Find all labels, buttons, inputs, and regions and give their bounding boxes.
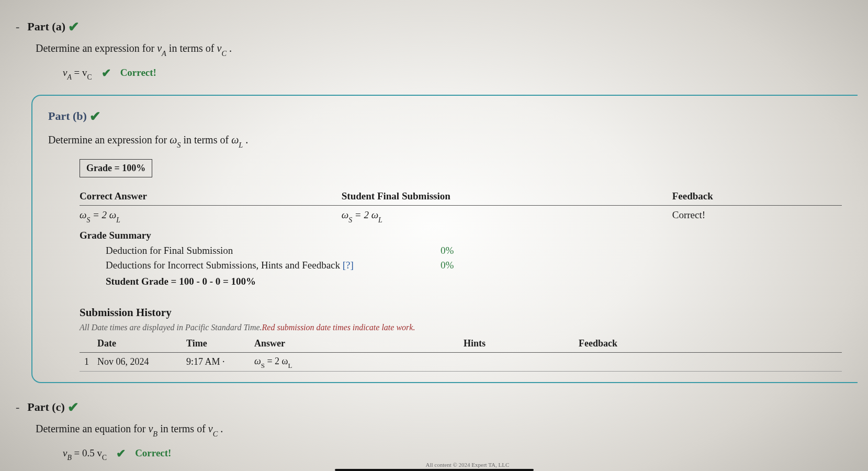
deduction-incorrect-pct: 0%	[441, 258, 454, 273]
home-indicator	[335, 469, 534, 471]
text: in terms of	[157, 423, 208, 434]
answer-expression: vA = vC	[63, 65, 92, 82]
part-a: - Part (a) ✔ Determine an expression for…	[10, 16, 858, 82]
symbol-v: vC	[208, 423, 218, 434]
col-hints: Hints	[461, 335, 577, 353]
cell-feedback	[577, 352, 842, 371]
cell-hints	[461, 352, 577, 371]
text: .	[243, 134, 248, 145]
divider	[80, 205, 842, 206]
part-b-box: Part (b) ✔ Determine an expression for ω…	[31, 95, 858, 383]
part-b-prompt: Determine an expression for ωS in terms …	[48, 132, 842, 150]
text: .	[227, 42, 232, 54]
part-b-details: Grade = 100% Correct Answer Student Fina…	[80, 159, 842, 372]
symbol-v: vB	[148, 423, 157, 434]
deduction-incorrect-row: Deductions for Incorrect Submissions, Hi…	[106, 258, 842, 273]
cell-date: Nov 06, 2024	[95, 352, 184, 371]
student-answer-value: ωS = 2 ωL	[342, 208, 662, 224]
deduction-final-row: Deduction for Final Submission 0%	[106, 243, 842, 259]
part-c: - Part (c) ✔ Determine an equation for v…	[10, 396, 858, 462]
submission-history-title: Submission History	[80, 305, 842, 321]
part-a-prompt: Determine an expression for vA in terms …	[36, 40, 858, 58]
col-time: Time	[184, 335, 252, 353]
cell-idx: 1	[80, 352, 95, 371]
part-b-header[interactable]: Part (b) ✔	[48, 105, 842, 126]
symbol-omega: ωS	[170, 134, 181, 145]
text: in terms of	[166, 42, 217, 54]
col-feedback: Feedback	[577, 335, 842, 353]
table-header-row: Date Time Answer Hints Feedback	[80, 335, 842, 353]
correct-answer-value: ωS = 2 ωL	[80, 208, 331, 224]
part-c-answer: vB = 0.5 vC ✔ Correct!	[63, 444, 858, 462]
submission-history-table: Date Time Answer Hints Feedback 1 Nov 06…	[80, 335, 842, 372]
table-row: 1 Nov 06, 2024 9:17 AM · ωS = 2 ωL	[80, 352, 842, 371]
check-icon: ✔	[102, 64, 111, 82]
text: .	[218, 423, 223, 434]
col-answer: Answer	[252, 335, 461, 353]
deduction-final-pct: 0%	[441, 243, 454, 259]
col-correct-answer: Correct Answer	[80, 189, 331, 204]
note-a: All Date times are displayed in Pacific …	[80, 323, 262, 332]
note-late: Red submission date times indicate late …	[262, 323, 415, 332]
feedback-value: Correct!	[672, 208, 842, 224]
text: Determine an equation for	[36, 423, 148, 434]
col-date: Date	[95, 335, 184, 353]
col-idx	[80, 335, 95, 353]
help-link[interactable]: [?]	[343, 260, 354, 271]
check-icon: ✔	[116, 445, 126, 462]
text: in terms of	[181, 134, 231, 145]
col-feedback: Feedback	[672, 189, 842, 204]
part-c-header[interactable]: - Part (c) ✔	[16, 396, 858, 417]
part-a-answer: vA = vC ✔ Correct!	[63, 63, 858, 82]
student-grade-line: Student Grade = 100 - 0 - 0 = 100%	[106, 274, 842, 289]
correct-label: Correct!	[120, 65, 156, 81]
symbol-omega: ωL	[231, 134, 243, 145]
part-a-title: Part (a)	[27, 20, 65, 33]
check-icon: ✔	[67, 400, 79, 415]
cell-answer: ωS = 2 ωL	[252, 352, 461, 371]
symbol-v: vC	[217, 42, 227, 54]
deduction-final-label: Deduction for Final Submission	[106, 243, 441, 259]
text: Determine an expression for	[36, 42, 157, 54]
grade-summary-label: Grade Summary	[80, 228, 842, 243]
text: Determine an expression for	[48, 134, 170, 145]
answer-expression: vB = 0.5 vC	[63, 446, 107, 462]
part-c-prompt: Determine an equation for vB in terms of…	[36, 421, 858, 439]
collapse-dash[interactable]: -	[16, 18, 19, 35]
symbol-v: vA	[157, 42, 166, 54]
cell-time: 9:17 AM ·	[184, 352, 252, 371]
collapse-dash[interactable]: -	[16, 398, 19, 416]
check-icon: ✔	[68, 19, 80, 35]
check-icon: ✔	[89, 109, 101, 124]
submission-history-note: All Date times are displayed in Pacific …	[80, 321, 842, 334]
grade-box: Grade = 100%	[80, 159, 152, 177]
correct-label: Correct!	[135, 446, 171, 461]
col-student-final: Student Final Submission	[342, 189, 662, 204]
part-a-header[interactable]: - Part (a) ✔	[16, 16, 858, 36]
footer-copyright: All content © 2024 Expert TA, LLC	[426, 461, 510, 469]
deduction-incorrect-label: Deductions for Incorrect Submissions, Hi…	[106, 258, 441, 273]
answer-table-header: Correct Answer Student Final Submission …	[80, 189, 842, 204]
answer-table-row: ωS = 2 ωL ωS = 2 ωL Correct!	[80, 208, 842, 224]
part-b-title: Part (b)	[48, 109, 87, 122]
part-c-title: Part (c)	[27, 400, 64, 413]
